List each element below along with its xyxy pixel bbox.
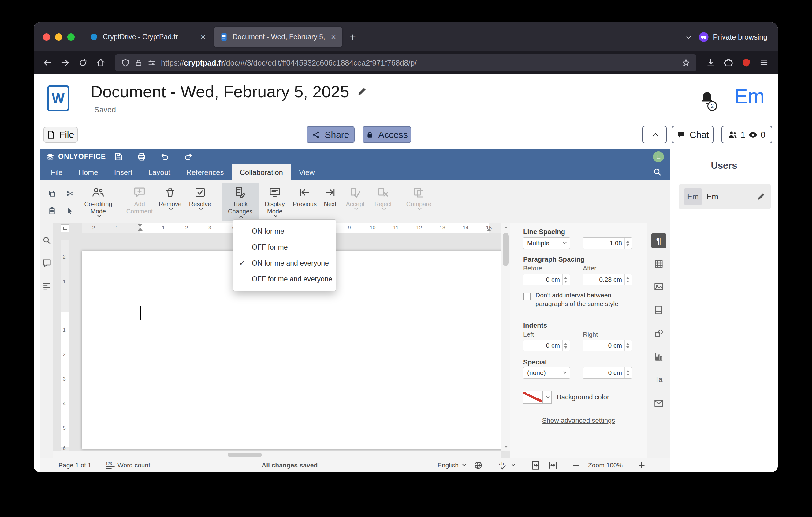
menu-insert[interactable]: Insert <box>106 164 140 181</box>
horizontal-scroll-thumb[interactable] <box>228 453 262 457</box>
spin-down-icon[interactable] <box>626 280 629 283</box>
select-all-icon[interactable] <box>66 207 74 215</box>
spin-up-icon[interactable] <box>626 240 629 243</box>
fit-page-button[interactable] <box>531 458 540 472</box>
spin-up-icon[interactable] <box>626 343 629 345</box>
accept-change-button[interactable]: Accept <box>342 183 369 221</box>
zoom-level[interactable]: Zoom 100% <box>588 458 622 472</box>
line-spacing-select[interactable]: Multiple <box>523 237 570 249</box>
file-button[interactable]: File <box>44 127 78 143</box>
spin-down-icon[interactable] <box>564 280 567 283</box>
shape-settings-icon[interactable] <box>651 326 666 341</box>
word-count-button[interactable]: 123 Word count <box>105 458 150 472</box>
indent-left-spinner[interactable]: 0 cm <box>523 340 570 351</box>
background-color-swatch[interactable] <box>523 391 543 404</box>
ublock-extension-icon[interactable] <box>738 55 754 71</box>
redo-icon[interactable] <box>183 152 193 161</box>
editor-search-icon[interactable] <box>653 167 662 178</box>
interval-checkbox[interactable] <box>523 293 531 300</box>
resolve-button[interactable]: Resolve <box>185 183 215 221</box>
menu-references[interactable]: References <box>178 164 232 181</box>
horizontal-scrollbar[interactable] <box>53 451 501 458</box>
spin-up-icon[interactable] <box>626 370 629 372</box>
coediting-mode-button[interactable]: Co-editing Mode <box>79 183 117 221</box>
dropdown-item-off-for-everyone[interactable]: OFF for me and everyone <box>233 271 336 287</box>
chart-settings-icon[interactable] <box>651 350 666 364</box>
language-selector[interactable]: English <box>437 458 465 472</box>
special-indent-spinner[interactable]: 0 cm <box>583 367 632 379</box>
menu-home[interactable]: Home <box>71 164 106 181</box>
tab-document[interactable]: Document - Wed, February 5, 2 × <box>214 27 342 47</box>
display-mode-button[interactable]: Display Mode <box>259 183 291 221</box>
menu-view[interactable]: View <box>291 164 323 181</box>
spacing-before-spinner[interactable]: 0 cm <box>523 274 570 285</box>
spellcheck-button[interactable]: ab <box>499 458 515 472</box>
edit-title-pencil-icon[interactable] <box>357 87 367 97</box>
spin-up-icon[interactable] <box>626 277 629 279</box>
dropdown-item-on-for-me[interactable]: ON for me <box>233 223 336 239</box>
spin-up-icon[interactable] <box>564 277 567 279</box>
paragraph-settings-icon[interactable]: ¶ <box>651 234 666 248</box>
menu-hamburger-button[interactable] <box>756 55 772 71</box>
spacing-after-spinner[interactable]: 0.28 cm <box>583 274 632 285</box>
left-indent-marker[interactable] <box>138 228 143 230</box>
first-line-indent-marker[interactable] <box>138 224 143 227</box>
permissions-tune-icon[interactable] <box>147 58 156 67</box>
indent-right-spinner[interactable]: 0 cm <box>583 340 632 351</box>
paste-icon[interactable] <box>48 207 56 215</box>
page-indicator[interactable]: Page 1 of 1 <box>58 458 91 472</box>
reload-button[interactable] <box>75 55 91 71</box>
header-footer-settings-icon[interactable] <box>651 303 666 317</box>
lock-icon[interactable] <box>135 59 143 67</box>
maximize-window-button[interactable] <box>67 33 75 41</box>
vertical-scroll-thumb[interactable] <box>503 233 509 266</box>
spin-down-icon[interactable] <box>626 346 629 349</box>
home-button[interactable] <box>92 55 109 71</box>
special-indent-select[interactable]: (none) <box>523 367 570 379</box>
print-icon[interactable] <box>137 152 146 161</box>
navigation-headings-icon[interactable] <box>42 281 51 291</box>
document-language-icon[interactable] <box>474 458 483 472</box>
dropdown-item-on-for-everyone[interactable]: ✓ON for me and everyone <box>233 255 336 271</box>
new-tab-button[interactable]: + <box>345 29 361 45</box>
document-title[interactable]: Document - Wed, February 5, 2025 <box>91 82 349 101</box>
save-icon[interactable] <box>114 152 123 161</box>
close-tab-icon[interactable]: × <box>201 33 206 42</box>
extensions-button[interactable] <box>720 55 737 71</box>
downloads-button[interactable] <box>702 55 719 71</box>
notifications-bell-icon[interactable]: 2 <box>699 90 718 110</box>
address-bar[interactable]: https://cryptpad.fr/doc/#/3/doc/edit/ff0… <box>115 54 696 71</box>
share-button[interactable]: Share <box>307 126 355 143</box>
close-tab-icon[interactable]: × <box>331 33 336 42</box>
forward-button[interactable] <box>57 55 74 71</box>
account-avatar[interactable]: Em <box>734 84 764 108</box>
fit-width-button[interactable] <box>548 458 557 472</box>
cut-scissors-icon[interactable] <box>66 190 74 197</box>
spin-up-icon[interactable] <box>564 343 567 345</box>
image-settings-icon[interactable] <box>651 279 666 294</box>
close-window-button[interactable] <box>43 33 50 41</box>
url-text[interactable]: https://cryptpad.fr/doc/#/3/doc/edit/ff0… <box>161 58 677 67</box>
zoom-out-button[interactable] <box>572 458 580 472</box>
vertical-scrollbar[interactable] <box>501 223 510 451</box>
user-counts-button[interactable]: 1 0 <box>721 126 772 143</box>
tab-cryptdrive[interactable]: CryptDrive - CryptPad.fr × <box>84 27 212 47</box>
menu-layout[interactable]: Layout <box>140 164 178 181</box>
chat-button[interactable]: Chat <box>672 126 714 143</box>
copy-icon[interactable] <box>48 190 56 197</box>
scroll-down-arrow[interactable] <box>501 442 510 451</box>
previous-change-button[interactable]: Previous <box>291 183 319 221</box>
undo-icon[interactable] <box>160 152 170 161</box>
track-changes-button[interactable]: Track Changes <box>222 183 259 221</box>
line-spacing-value-spinner[interactable]: 1.08 <box>583 237 632 249</box>
mail-merge-icon[interactable] <box>651 396 666 411</box>
reject-change-button[interactable]: Reject <box>369 183 397 221</box>
spin-down-icon[interactable] <box>564 346 567 349</box>
zoom-in-button[interactable] <box>638 458 645 472</box>
edit-user-pencil-icon[interactable] <box>757 192 765 201</box>
minimize-window-button[interactable] <box>55 33 62 41</box>
dropdown-item-off-for-me[interactable]: OFF for me <box>233 239 336 255</box>
find-icon[interactable] <box>42 236 51 245</box>
menu-collaboration[interactable]: Collaboration <box>232 164 291 181</box>
bookmark-star-icon[interactable] <box>682 58 690 67</box>
